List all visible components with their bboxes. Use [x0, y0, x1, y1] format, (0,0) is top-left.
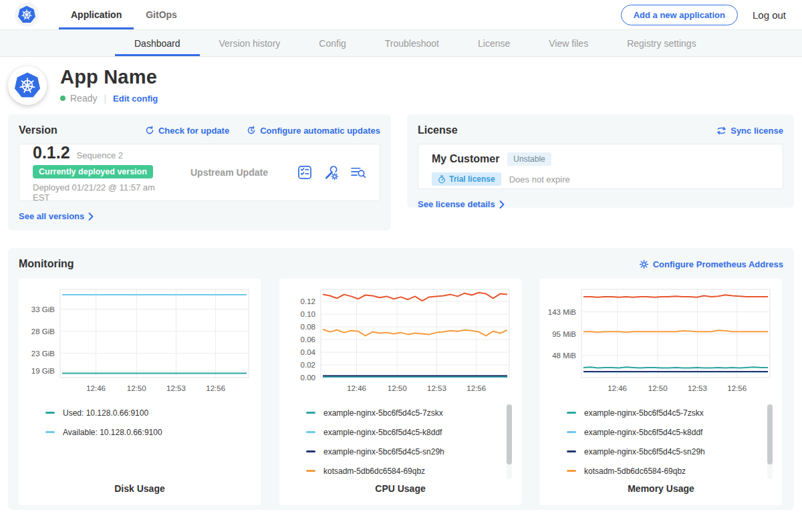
currently-deployed-badge: Currently deployed version	[33, 165, 153, 178]
logout-link[interactable]: Log out	[753, 9, 786, 21]
edit-config-link[interactable]: Edit config	[113, 94, 158, 104]
tab-license[interactable]: License	[458, 32, 529, 56]
app-logo	[8, 66, 47, 105]
version-card-title: Version	[19, 124, 57, 136]
legend-scrollbar-thumb[interactable]	[507, 404, 512, 464]
legend-label: kotsadm-5db6dc6584-69qbz	[323, 467, 425, 476]
legend-label: example-nginx-5bc6f5d4c5-sn29h	[323, 447, 444, 456]
see-license-details-link[interactable]: See license details	[418, 199, 505, 209]
cpu-usage-chart: 0.000.020.040.060.080.100.1212:4612:5012…	[282, 284, 517, 398]
tab-config[interactable]: Config	[299, 32, 365, 56]
gear-icon	[639, 259, 649, 269]
cpu-usage-legend: example-nginx-5bc6f5d4c5-7zskxexample-ng…	[306, 403, 521, 481]
view-logs-icon[interactable]	[350, 166, 366, 179]
legend-color-dash	[306, 431, 315, 433]
customer-name: My Customer	[432, 153, 499, 165]
version-number: 0.1.2	[33, 143, 70, 162]
svg-text:12:46: 12:46	[86, 384, 106, 392]
chevron-right-icon	[88, 213, 94, 221]
legend-label: example-nginx-5bc6f5d4c5-k8ddf	[323, 428, 442, 437]
svg-text:12:50: 12:50	[127, 384, 146, 392]
memory-usage-chart: 48 MiB95 MiB143 MiB12:4612:5012:5312:56	[543, 284, 778, 398]
svg-text:0.00: 0.00	[301, 374, 315, 382]
license-card: License Sync license My Customer Unstabl…	[407, 114, 794, 208]
legend-item: Available: 10.128.0.66:9100	[45, 422, 238, 442]
disk-usage-legend: Used: 10.128.0.66:9100Available: 10.128.…	[45, 403, 261, 442]
legend-item: kotsadm-5db6dc6584-69qbz	[306, 461, 499, 481]
kubernetes-logo-button[interactable]	[15, 3, 39, 27]
svg-text:48 MiB: 48 MiB	[552, 352, 576, 360]
license-card-title: License	[418, 124, 458, 136]
tab-version-history[interactable]: Version history	[200, 32, 300, 56]
sync-icon	[716, 126, 726, 135]
legend-scrollbar-track[interactable]	[767, 404, 773, 479]
memory-usage-legend: example-nginx-5bc6f5d4c5-7zskxexample-ng…	[567, 403, 782, 481]
monitoring-card: Monitoring Configure Prometheus Address …	[8, 248, 794, 510]
chart-title: Memory Usage	[540, 483, 782, 494]
stopwatch-icon	[438, 175, 446, 184]
legend-color-dash	[567, 412, 576, 414]
legend-color-dash	[567, 431, 576, 433]
tab-view-files[interactable]: View files	[529, 32, 608, 56]
svg-text:12:50: 12:50	[388, 384, 407, 392]
legend-scrollbar-thumb[interactable]	[767, 404, 773, 464]
svg-text:12:46: 12:46	[608, 384, 627, 392]
svg-text:12:53: 12:53	[166, 384, 186, 392]
config-wrench-icon[interactable]	[323, 165, 339, 180]
license-type-badge: Trial license	[432, 172, 501, 186]
legend-item: example-nginx-5bc6f5d4c5-sn29h	[306, 442, 499, 461]
page-title: App Name	[60, 66, 158, 88]
svg-text:33 GiB: 33 GiB	[31, 305, 55, 313]
disk-usage-chart: 19 GiB23 GiB28 GiB33 GiB12:4612:5012:531…	[21, 284, 257, 398]
disk-usage-panel: 19 GiB23 GiB28 GiB33 GiB12:4612:5012:531…	[19, 279, 261, 505]
svg-text:12:53: 12:53	[688, 384, 707, 392]
app-kubernetes-icon	[13, 71, 42, 100]
topnav-tab-gitops[interactable]: GitOps	[134, 2, 189, 29]
charts-row: 19 GiB23 GiB28 GiB33 GiB12:4612:5012:531…	[19, 279, 783, 505]
legend-item: Used: 10.128.0.66:9100	[45, 403, 238, 422]
configure-automatic-updates-link[interactable]: Configure automatic updates	[247, 126, 380, 136]
legend-color-dash	[45, 412, 55, 414]
topnav-tab-application[interactable]: Application	[59, 2, 134, 29]
divider: |	[104, 93, 106, 104]
tab-dashboard[interactable]: Dashboard	[115, 32, 200, 56]
svg-text:0.08: 0.08	[301, 323, 315, 331]
refresh-icon	[145, 126, 154, 135]
svg-text:0.10: 0.10	[301, 310, 315, 318]
svg-text:0.12: 0.12	[301, 297, 315, 305]
legend-color-dash	[306, 470, 315, 472]
license-expiration: Does not expire	[509, 174, 570, 184]
legend-label: example-nginx-5bc6f5d4c5-sn29h	[584, 447, 705, 456]
app-sub-nav: DashboardVersion historyConfigTroublesho…	[0, 30, 802, 57]
kubernetes-logo-icon	[17, 5, 37, 25]
legend-label: example-nginx-5bc6f5d4c5-7zskx	[323, 408, 443, 418]
add-application-button[interactable]: Add a new application	[621, 5, 738, 25]
svg-text:12:53: 12:53	[427, 384, 446, 392]
top-nav: ApplicationGitOps Add a new application …	[0, 0, 802, 30]
chart-title: Disk Usage	[19, 483, 261, 494]
check-for-update-link[interactable]: Check for update	[145, 126, 229, 136]
legend-label: example-nginx-5bc6f5d4c5-k8ddf	[584, 428, 702, 437]
see-all-versions-link[interactable]: See all versions	[19, 211, 94, 221]
tab-registry-settings[interactable]: Registry settings	[608, 32, 715, 56]
chevron-right-icon	[499, 201, 505, 209]
tab-troubleshoot[interactable]: Troubleshoot	[366, 32, 458, 56]
svg-text:12:56: 12:56	[206, 384, 225, 392]
status-dot	[60, 96, 65, 101]
svg-text:143 MiB: 143 MiB	[548, 308, 577, 316]
app-header: App Name Ready | Edit config	[0, 57, 802, 114]
cpu-usage-panel: 0.000.020.040.060.080.100.1212:4612:5012…	[279, 279, 521, 505]
legend-label: Used: 10.128.0.66:9100	[63, 408, 148, 418]
legend-item: example-nginx-5bc6f5d4c5-k8ddf	[567, 422, 759, 442]
legend-scrollbar-track[interactable]	[507, 404, 512, 479]
preflight-checks-icon[interactable]	[297, 165, 312, 180]
configure-prometheus-link[interactable]: Configure Prometheus Address	[639, 259, 783, 269]
legend-color-dash	[306, 412, 315, 414]
svg-text:12:46: 12:46	[347, 384, 366, 392]
legend-item: kotsadm-5db6dc6584-69qbz	[567, 461, 759, 481]
svg-text:0.06: 0.06	[301, 336, 315, 344]
sync-license-link[interactable]: Sync license	[716, 126, 783, 136]
legend-color-dash	[45, 431, 55, 433]
version-sequence: Sequence 2	[77, 150, 123, 160]
legend-item: example-nginx-5bc6f5d4c5-7zskx	[306, 403, 499, 422]
